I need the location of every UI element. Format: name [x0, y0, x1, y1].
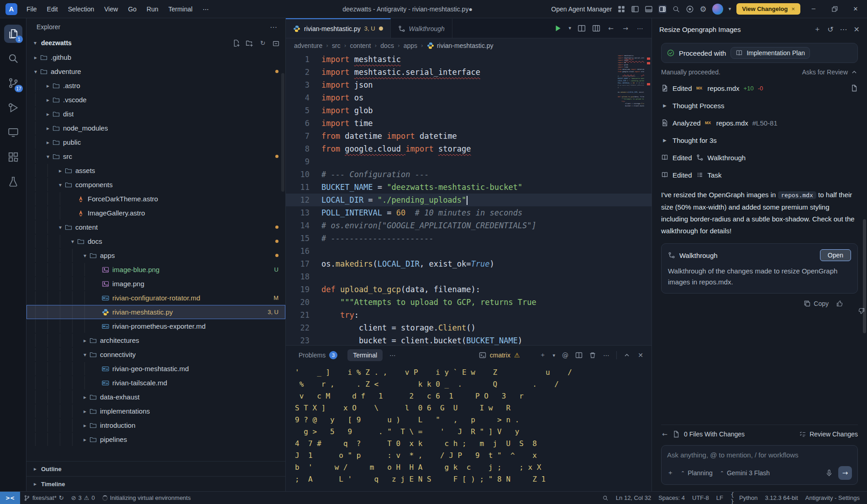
breadcrumb-item[interactable]: apps [404, 42, 417, 49]
avatar[interactable] [712, 4, 723, 15]
thumbs-up-icon[interactable] [836, 300, 843, 307]
status-lf[interactable]: LF [713, 494, 727, 501]
microphone-icon[interactable] [825, 469, 833, 477]
tree-item-assets[interactable]: ▸assets [26, 163, 285, 178]
agent-manager-grid-icon[interactable] [617, 5, 625, 13]
window-restore-button[interactable] [827, 5, 842, 13]
new-file-icon[interactable] [232, 39, 240, 47]
new-folder-icon[interactable] [246, 39, 253, 47]
activity-run-debug[interactable] [2, 97, 24, 119]
editor-layout-icon[interactable] [592, 24, 600, 32]
tree-item-github[interactable]: ▸.github [26, 50, 285, 64]
send-button[interactable]: → [838, 466, 852, 480]
tree-item-connectivity[interactable]: ▾connectivity [26, 347, 285, 362]
tree-item-image-blue-png[interactable]: image-blue.pngU [26, 262, 285, 277]
status-antigravity-settings[interactable]: Antigravity - Settings [802, 494, 863, 501]
search-icon[interactable] [672, 5, 680, 13]
tree-item-docs[interactable]: ▾docs [26, 234, 285, 248]
activity-extensions[interactable] [2, 146, 24, 168]
tree-item-pipelines[interactable]: ▸pipelines [26, 432, 285, 446]
terminal-output[interactable]: ' _ ] i % Z . , v P i y ` E w Z u / % r … [286, 365, 652, 491]
terminal-process[interactable]: cmatrix ⚠ [479, 352, 520, 359]
status-python[interactable]: { }Python [727, 494, 761, 501]
kill-terminal-icon[interactable] [589, 352, 596, 359]
problems-status[interactable]: ⊘ 3 ⚠ 0 [68, 492, 99, 504]
tab-rivian-meshtastic-py[interactable]: rivian-meshtastic.py3, U [286, 18, 391, 38]
tree-item-adventure[interactable]: ▾adventure [26, 64, 285, 79]
section-timeline[interactable]: ▸Timeline [26, 476, 285, 491]
breadcrumb-file[interactable]: rivian-meshtastic.py [427, 42, 494, 49]
breadcrumb-item[interactable]: content [350, 42, 371, 49]
code-editor[interactable]: 1import meshtastic2import meshtastic.ser… [286, 53, 652, 345]
menu-edit[interactable]: Edit [42, 3, 63, 15]
status-magnifier[interactable] [599, 495, 612, 501]
collapse-all-icon[interactable] [272, 39, 280, 47]
sidebar-scrollbar[interactable] [281, 73, 284, 192]
tree-item-rivian-geo-meshtastic-md[interactable]: rivian-geo-meshtastic.md [26, 362, 285, 376]
tree-item-content[interactable]: ▾content [26, 220, 285, 234]
toggle-bottom-panel-icon[interactable] [645, 5, 653, 13]
tree-item-rivian-configurator-rotator-md[interactable]: rivian-configurator-rotator.mdM [26, 291, 285, 305]
activity-search[interactable] [2, 47, 24, 69]
split-editor-icon[interactable] [578, 24, 586, 32]
agent-step-thought-process[interactable]: ▸Thought Process [661, 97, 858, 114]
activity-explorer[interactable]: 1 [2, 23, 24, 45]
activity-remote-explorer[interactable] [2, 121, 24, 143]
navigate-back-icon[interactable]: ← [607, 24, 615, 32]
agent-step-analyzed-repos-mdx[interactable]: AnalyzedMXrepos.mdx#L50-81 [661, 114, 858, 131]
menu-overflow[interactable]: ⋯ [198, 3, 214, 15]
close-panel-icon[interactable]: ✕ [637, 352, 644, 359]
proceeded-banner[interactable]: Proceeded with Implementation Plan [661, 43, 858, 63]
status-3-12-3-64-bit[interactable]: 3.12.3 64-bit [762, 494, 802, 501]
tree-item-imagegallery-astro[interactable]: ImageGallery.astro [26, 206, 285, 220]
toggle-right-panel-icon[interactable] [658, 5, 667, 13]
back-icon[interactable]: ← [661, 430, 668, 438]
tree-item-rivian-meshtastic-py[interactable]: rivian-meshtastic.py3, U [26, 305, 285, 319]
section-outline[interactable]: ▸Outline [26, 461, 285, 476]
agent-step-edited-walkthrough[interactable]: EditedWalkthrough [661, 149, 858, 166]
tree-item-dist[interactable]: ▸dist [26, 107, 285, 121]
thumbs-down-icon[interactable] [851, 300, 858, 307]
asks-for-review-toggle[interactable]: Asks for Review [802, 68, 858, 76]
split-terminal-icon[interactable] [575, 352, 583, 359]
breadcrumb-item[interactable]: docs [380, 42, 394, 49]
status-spaces-4[interactable]: Spaces: 4 [655, 494, 688, 501]
tab-walkthrough[interactable]: Walkthrough [391, 18, 452, 38]
tree-item-introduction[interactable]: ▸introduction [26, 418, 285, 432]
tree-item-components[interactable]: ▾components [26, 178, 285, 192]
tree-item-vscode[interactable]: ▸.vscode [26, 93, 285, 107]
panel-tab-problems[interactable]: Problems3 [293, 349, 343, 362]
tree-item-apps[interactable]: ▾apps [26, 248, 285, 262]
dismiss-changelog-icon[interactable]: × [791, 5, 795, 12]
tree-item-data-exhaust[interactable]: ▸data-exhaust [26, 390, 285, 404]
launch-profile-icon[interactable]: @ [562, 352, 569, 359]
agent-step-edited-repos-mdx[interactable]: EditedMXrepos.mdx+10-0 [661, 79, 858, 97]
tree-item-rivian-prometheus-exporter-md[interactable]: rivian-prometheus-exporter.md [26, 319, 285, 333]
review-changes-button[interactable]: Review Changes [799, 430, 858, 438]
new-task-icon[interactable]: ＋ [814, 25, 821, 34]
background-task-status[interactable]: Initializing virtual environments [99, 492, 194, 504]
view-changelog-button[interactable]: View Changelog × [736, 3, 800, 15]
panel-tab-terminal[interactable]: Terminal [347, 349, 383, 361]
overview-ruler[interactable] [645, 53, 652, 345]
window-minimize-button[interactable]: ─ [806, 5, 821, 12]
copy-button[interactable]: Copy [804, 300, 829, 307]
task-history-icon[interactable]: ↺ [827, 25, 833, 34]
tree-item-image-png[interactable]: image.png [26, 277, 285, 291]
file-icon[interactable] [851, 84, 858, 92]
maximize-panel-icon[interactable] [623, 352, 631, 359]
tree-item-architectures[interactable]: ▸architectures [26, 333, 285, 347]
agent-more-icon[interactable]: ⋯ [840, 25, 847, 34]
account-chevron-icon[interactable]: ▾ [729, 6, 731, 12]
model-selector[interactable]: ⌃ Gemini 3 Flash [720, 469, 770, 477]
window-close-button[interactable]: ✕ [848, 5, 863, 12]
panel-more-icon[interactable]: ⋯ [389, 352, 396, 359]
agent-step-thought-for-3s[interactable]: ▸Thought for 3s [661, 131, 858, 149]
breadcrumb-item[interactable]: src [332, 42, 341, 49]
agent-scrollbar[interactable] [863, 219, 866, 333]
tree-item-implementations[interactable]: ▸implementations [26, 404, 285, 418]
tree-item-public[interactable]: ▸public [26, 135, 285, 149]
toggle-left-panel-icon[interactable] [631, 5, 639, 13]
menu-terminal[interactable]: Terminal [164, 3, 197, 15]
menu-go[interactable]: Go [123, 3, 141, 15]
